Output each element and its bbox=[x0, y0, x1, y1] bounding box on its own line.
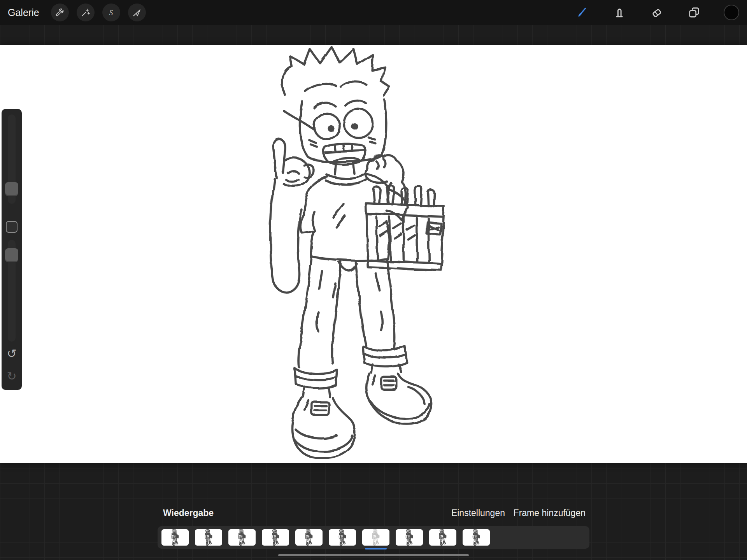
magic-wand-icon bbox=[81, 8, 90, 18]
frame-thumbnail[interactable] bbox=[195, 529, 222, 546]
brush-sidebar: ↺ ↻ bbox=[2, 109, 22, 390]
frame-thumbnail[interactable] bbox=[396, 529, 423, 546]
smudge-icon bbox=[613, 6, 626, 19]
transform-arrow-icon bbox=[132, 8, 142, 18]
redo-button[interactable]: ↻ bbox=[2, 370, 22, 382]
procreate-screen: Galerie S bbox=[0, 0, 747, 560]
selection-button[interactable]: S bbox=[102, 4, 120, 21]
frame-thumbnail[interactable] bbox=[161, 529, 189, 546]
gallery-button[interactable]: Galerie bbox=[8, 7, 39, 18]
frame-thumbnail[interactable] bbox=[362, 529, 389, 546]
character-sketch bbox=[0, 45, 747, 463]
paint-tool-button[interactable] bbox=[575, 5, 589, 19]
undo-button[interactable]: ↺ bbox=[2, 348, 22, 360]
opacity-handle[interactable] bbox=[5, 248, 18, 262]
layers-icon bbox=[688, 6, 700, 19]
selection-s-icon: S bbox=[106, 8, 116, 18]
frame-strip[interactable] bbox=[158, 526, 589, 549]
smudge-tool-button[interactable] bbox=[612, 5, 626, 19]
paintbrush-icon bbox=[576, 6, 588, 19]
frame-thumbnail[interactable] bbox=[295, 529, 323, 546]
brush-size-handle[interactable] bbox=[5, 182, 18, 196]
actions-button[interactable] bbox=[51, 4, 69, 21]
selected-frame-indicator bbox=[365, 548, 387, 549]
layers-button[interactable] bbox=[687, 5, 701, 19]
adjustments-button[interactable] bbox=[77, 4, 95, 21]
frame-thumbnail[interactable] bbox=[463, 529, 490, 546]
frame-thumbnail[interactable] bbox=[262, 529, 289, 546]
home-indicator[interactable] bbox=[278, 554, 469, 556]
color-swatch[interactable] bbox=[724, 5, 739, 20]
frame-thumbnail[interactable] bbox=[329, 529, 356, 546]
drawing-canvas[interactable] bbox=[0, 45, 747, 463]
playback-header: Wiedergabe Einstellungen Frame hinzufüge… bbox=[0, 508, 747, 520]
transform-button[interactable] bbox=[128, 4, 146, 21]
top-toolbar: Galerie S bbox=[0, 0, 747, 25]
wrench-icon bbox=[55, 8, 65, 18]
animation-settings-button[interactable]: Einstellungen bbox=[451, 508, 505, 518]
frame-thumbnail[interactable] bbox=[228, 529, 256, 546]
svg-text:S: S bbox=[109, 8, 113, 16]
playback-title: Wiedergabe bbox=[163, 508, 214, 518]
eraser-icon bbox=[651, 6, 663, 19]
add-frame-button[interactable]: Frame hinzufügen bbox=[514, 508, 586, 518]
erase-tool-button[interactable] bbox=[650, 5, 664, 19]
frame-thumbnail[interactable] bbox=[429, 529, 456, 546]
modify-button[interactable] bbox=[6, 221, 18, 233]
